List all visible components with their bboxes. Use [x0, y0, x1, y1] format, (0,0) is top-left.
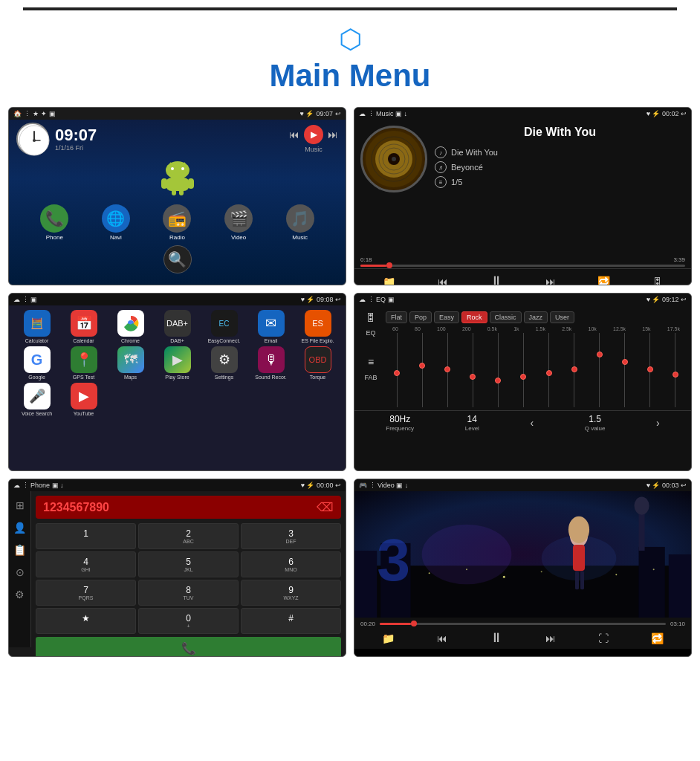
svg-point-4	[166, 161, 189, 179]
s1-music-icon[interactable]: 🎵 Music	[286, 204, 314, 241]
equalizer-btn[interactable]: 🎛	[652, 276, 663, 286]
screen-app-drawer: ☁ ⋮ ▣ ♥ ⚡ 09:08 ↩ 🧮 Calculator 📅 Calenda…	[8, 293, 346, 471]
recent-calls-icon[interactable]: 📋	[12, 542, 28, 558]
svg-text:3: 3	[377, 526, 410, 593]
play-btn[interactable]: ▶	[304, 125, 323, 144]
slider-2-5k[interactable]	[569, 333, 580, 407]
slider-200[interactable]	[467, 333, 478, 407]
youtube-icon: ▶	[71, 383, 97, 409]
slider-15k[interactable]	[645, 333, 655, 407]
app-torque[interactable]: OBD Torque	[296, 346, 340, 380]
slider-60[interactable]	[392, 333, 402, 407]
app-esfile[interactable]: ES ES File Explo.	[296, 310, 340, 343]
s2-info: Die With You ♪ Die With You ♬ Beyoncé ≡ …	[435, 126, 685, 247]
app-soundrecorder[interactable]: 🎙 Sound Recor.	[249, 346, 293, 380]
nav-right-btn[interactable]: ›	[656, 417, 660, 429]
gpstest-icon: 📍	[71, 346, 97, 373]
status-left-4: ☁ ⋮ EQ ▣	[359, 296, 395, 303]
settings-sidebar-icon[interactable]: ⚙	[12, 586, 28, 603]
app-chrome[interactable]: Chrome	[108, 310, 152, 343]
s6-next-btn[interactable]: ⏭	[545, 632, 556, 644]
app-dab[interactable]: DAB+ DAB+	[155, 310, 199, 343]
preset-flat[interactable]: Flat	[386, 311, 407, 323]
favorite-icon[interactable]: ⊙	[12, 564, 28, 580]
key-4[interactable]: 4GHI	[36, 551, 136, 577]
app-calendar[interactable]: 📅 Calendar	[62, 310, 106, 343]
calculator-icon: 🧮	[24, 310, 51, 337]
prev-btn[interactable]: ⏮	[289, 129, 299, 140]
key-hash[interactable]: #	[241, 608, 341, 634]
app-email[interactable]: ✉ Email	[249, 310, 293, 343]
next-btn[interactable]: ⏭	[328, 129, 338, 140]
s1-music-ctrl: ⏮ ▶ ⏭ Music	[289, 125, 338, 153]
s1-video-icon[interactable]: 🎬 Video	[224, 204, 253, 241]
s1-search-icon[interactable]: 🔍	[163, 245, 192, 273]
s6-pause-btn[interactable]: ⏸	[490, 630, 503, 646]
s6-buttons: 📁 ⏮ ⏸ ⏭ ⛶ 🔁	[360, 630, 685, 646]
key-1[interactable]: 1	[36, 523, 136, 549]
key-0[interactable]: 0+	[138, 608, 239, 634]
level-item: 14 Level	[465, 414, 479, 432]
analog-clock	[16, 123, 49, 155]
key-5[interactable]: 5JKL	[138, 551, 239, 577]
prev-track-btn[interactable]: ⏮	[438, 276, 448, 286]
app-calculator[interactable]: 🧮 Calculator	[15, 310, 59, 343]
preset-easy[interactable]: Easy	[434, 311, 459, 323]
backspace-btn[interactable]: ⌫	[317, 500, 334, 514]
s6-prev-btn[interactable]: ⏮	[437, 632, 447, 644]
slider-12-5k[interactable]	[620, 333, 630, 407]
s1-time-date: 09:07 1/1/16 Fri	[55, 126, 97, 152]
slider-17-5k[interactable]	[670, 333, 681, 407]
app-voicesearch[interactable]: 🎤 Voice Search	[15, 383, 59, 416]
key-2[interactable]: 2ABC	[138, 523, 239, 549]
repeat-btn[interactable]: 🔁	[597, 276, 610, 286]
key-9[interactable]: 9WXYZ	[241, 580, 341, 606]
preset-jazz[interactable]: Jazz	[524, 311, 548, 323]
s6-fullscreen-btn[interactable]: ⛶	[598, 632, 609, 644]
slider-1-5k[interactable]	[544, 333, 554, 407]
app-youtube[interactable]: ▶ YouTube	[62, 383, 106, 416]
key-6[interactable]: 6MNO	[241, 551, 341, 577]
key-3[interactable]: 3DEF	[241, 523, 341, 549]
svg-point-43	[615, 574, 617, 575]
progress-bar[interactable]	[360, 265, 685, 267]
slider-80[interactable]	[417, 333, 427, 407]
next-track-btn[interactable]: ⏭	[545, 276, 556, 286]
s1-phone-icon[interactable]: 📞 Phone	[40, 204, 68, 241]
settings-icon: ⚙	[211, 346, 238, 373]
preset-rock[interactable]: Rock	[461, 311, 487, 323]
s1-navi-icon[interactable]: 🌐 Navi	[102, 204, 130, 241]
nav-left-btn[interactable]: ‹	[530, 417, 534, 429]
s6-repeat-btn[interactable]: 🔁	[651, 632, 664, 644]
dialpad-icon[interactable]: ⊞	[12, 497, 28, 514]
slider-500[interactable]	[493, 333, 503, 407]
app-settings[interactable]: ⚙ Settings	[202, 346, 246, 380]
slider-10k[interactable]	[594, 333, 605, 407]
pause-btn[interactable]: ⏸	[490, 273, 503, 285]
key-8[interactable]: 8TUV	[138, 580, 239, 606]
chrome-icon	[117, 310, 144, 337]
qvalue-label: Q value	[585, 425, 606, 432]
key-7[interactable]: 7PQRS	[36, 580, 136, 606]
keypad: 1 2ABC 3DEF 4GHI 5JKL 6MNO 7PQRS 8TUV 9W…	[36, 523, 341, 634]
preset-pop[interactable]: Pop	[409, 311, 432, 323]
s6-progress-bar[interactable]	[380, 623, 666, 625]
call-button[interactable]: 📞	[36, 637, 341, 657]
slider-100[interactable]	[442, 333, 453, 407]
app-easyconnect[interactable]: EC EasyConnect.	[202, 310, 246, 343]
preset-user[interactable]: User	[550, 311, 574, 323]
app-maps[interactable]: 🗺 Maps	[108, 346, 152, 380]
app-google[interactable]: G Google	[15, 346, 59, 380]
s1-radio-icon[interactable]: 📻 Radio	[163, 204, 191, 241]
contacts-icon[interactable]: 👤	[12, 519, 28, 536]
preset-classic[interactable]: Classic	[490, 311, 522, 323]
key-star[interactable]: ★	[36, 608, 136, 634]
folder-btn[interactable]: 📁	[383, 276, 395, 286]
screen-android-home: 🏠 ⋮ ★ ✦ ▣ ♥ ⚡ 09:07 ↩	[8, 107, 346, 285]
slider-1k[interactable]	[518, 333, 528, 407]
app-playstore[interactable]: ▶ Play Store	[155, 346, 199, 380]
app-gpstest[interactable]: 📍 GPS Test	[62, 346, 106, 380]
status-right-2: ♥ ⚡ 00:02 ↩	[646, 110, 687, 117]
time-row: 0:18 3:39	[360, 256, 685, 263]
s6-folder-btn[interactable]: 📁	[382, 632, 395, 644]
